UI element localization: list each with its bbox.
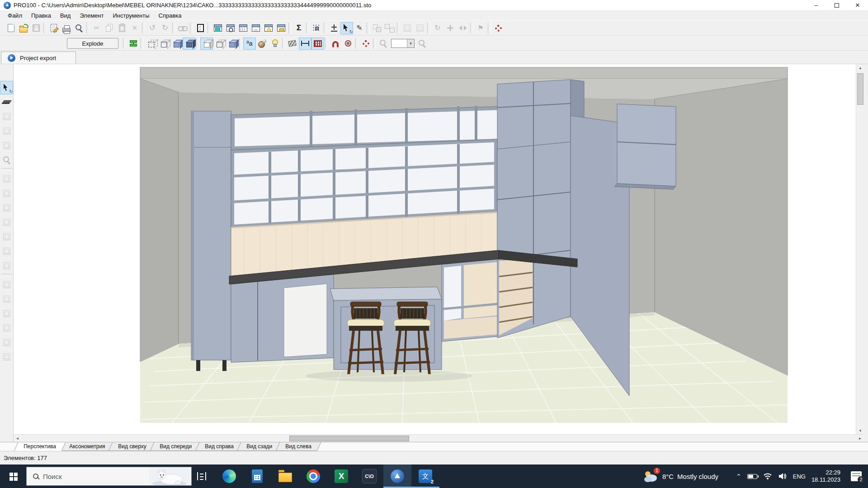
menu-help[interactable]: Справка <box>155 12 186 19</box>
clo-app-taskbar-button[interactable] <box>355 465 383 488</box>
excel-taskbar-button[interactable] <box>327 465 355 488</box>
bulb-icon <box>270 38 280 48</box>
align-up-button <box>401 22 414 34</box>
dimensions-window-button[interactable] <box>250 22 262 34</box>
menu-file[interactable]: Файл <box>4 12 26 19</box>
close-button[interactable]: ✕ <box>847 0 868 10</box>
copy-button <box>103 22 116 34</box>
project-export-button[interactable]: Project export <box>1 52 76 64</box>
pen-icon <box>354 23 364 33</box>
new-board-tool-button[interactable] <box>0 95 13 109</box>
precision-button[interactable] <box>342 38 354 50</box>
snap-grid-button[interactable] <box>310 22 323 34</box>
menu-edit[interactable]: Правка <box>27 12 55 19</box>
view-outline-button[interactable] <box>157 38 170 50</box>
scroll-down-icon[interactable]: ▼ <box>856 427 864 434</box>
view-tab-view-right[interactable]: Вид справа <box>195 442 243 451</box>
view-tab-view-back[interactable]: Вид сзади <box>237 442 282 451</box>
select-tool-button[interactable] <box>0 81 13 94</box>
center-element-button[interactable] <box>328 22 340 34</box>
language-indicator[interactable]: ENG <box>793 473 806 480</box>
view-edges-button[interactable] <box>213 38 226 50</box>
weather-widget[interactable]: 1 8°C Mostly cloudy <box>643 469 718 483</box>
3d-viewport[interactable] <box>14 64 856 434</box>
search-input[interactable]: Поиск <box>26 467 192 486</box>
view-tab-view-top[interactable]: Вид сверху <box>108 442 156 451</box>
3d-scene[interactable] <box>14 64 856 434</box>
select-rotate-button[interactable] <box>340 22 353 34</box>
price-list-button[interactable] <box>194 22 207 34</box>
horizontal-scrollbar[interactable]: ◄ ► <box>14 434 864 442</box>
show-grid-button[interactable] <box>311 38 324 50</box>
view-tab-axonometry[interactable]: Аксонометрия <box>59 442 114 451</box>
scroll-left-icon[interactable]: ◄ <box>14 435 21 442</box>
zoom-level-combobox[interactable]: ▾ <box>391 39 415 48</box>
dimline-icon <box>300 38 310 48</box>
translator-taskbar-button[interactable] <box>411 465 439 488</box>
scroll-right-icon[interactable]: ► <box>856 435 864 442</box>
lock-window-button[interactable] <box>275 22 288 34</box>
combo-dropdown-icon[interactable]: ▾ <box>407 39 414 47</box>
edge-taskbar-button[interactable] <box>215 465 243 488</box>
winprops-icon <box>214 24 222 32</box>
shading-button[interactable] <box>286 38 299 50</box>
weather-condition: Mostly cloudy <box>677 473 718 480</box>
task-view-button[interactable] <box>192 465 212 488</box>
new-project-button[interactable] <box>5 22 17 34</box>
show-dimensions-button[interactable] <box>299 38 311 50</box>
settings-button[interactable] <box>492 22 505 34</box>
antialias-button[interactable] <box>243 38 256 50</box>
toolbar-separator <box>288 23 292 33</box>
pro100-taskbar-button[interactable] <box>383 465 411 488</box>
view-white-button[interactable] <box>200 38 213 50</box>
texture-tool-button <box>0 259 13 272</box>
structure-window-button[interactable] <box>237 22 250 34</box>
view-solid-button[interactable] <box>226 38 238 50</box>
zoom-window-button[interactable] <box>224 22 237 34</box>
materials-button[interactable] <box>256 38 269 50</box>
fit-view-button[interactable] <box>127 38 140 50</box>
view-color-button[interactable] <box>170 38 183 50</box>
view-tab-perspective[interactable]: Перспектива <box>14 442 66 451</box>
snap-button[interactable] <box>329 38 342 50</box>
view-wireframe-button[interactable] <box>145 38 157 50</box>
vertical-scrollbar[interactable]: ▲ ▼ <box>856 64 864 434</box>
minimize-button[interactable]: – <box>806 0 826 10</box>
battery-icon[interactable] <box>747 474 757 479</box>
tray-expand-icon[interactable]: ⌃ <box>736 473 741 480</box>
maximize-button[interactable] <box>826 0 847 10</box>
magnifier-icon <box>2 155 12 165</box>
chrome-taskbar-button[interactable] <box>299 465 327 488</box>
menu-bar: Файл Правка Вид Элемент Инструменты Спра… <box>0 11 868 20</box>
start-button[interactable] <box>0 465 26 488</box>
draw-path-button[interactable] <box>353 22 366 34</box>
scroll-up-icon[interactable]: ▲ <box>856 64 864 71</box>
print-preview-button[interactable] <box>73 22 85 34</box>
wifi-icon[interactable] <box>763 473 772 480</box>
view-tab-view-front[interactable]: Вид спереди <box>150 442 201 451</box>
properties-window-button[interactable] <box>212 22 224 34</box>
view-tab-view-left[interactable]: Вид слева <box>276 442 321 451</box>
view-preferences-button[interactable] <box>359 38 372 50</box>
file-explorer-taskbar-button[interactable] <box>271 465 299 488</box>
task-view-icon <box>197 472 206 480</box>
menu-view[interactable]: Вид <box>56 12 75 19</box>
notification-center-button[interactable]: 2 <box>851 471 862 481</box>
clock[interactable]: 22:29 18.11.2023 <box>811 469 840 483</box>
element-count: Элементов: 177 <box>4 455 47 461</box>
calculator-taskbar-button[interactable] <box>243 465 271 488</box>
lighting-button[interactable] <box>269 38 281 50</box>
menu-element[interactable]: Элемент <box>75 12 108 19</box>
horizontal-scroll-thumb[interactable] <box>289 436 409 441</box>
report-button[interactable] <box>47 22 60 34</box>
vertical-scroll-thumb[interactable] <box>857 73 863 105</box>
pro100-application-window: PRO100 - C:\Users\Admin\Desktop\Mebel\ME… <box>0 0 868 488</box>
summary-button[interactable] <box>292 22 305 34</box>
open-project-button[interactable] <box>17 22 30 34</box>
print-button[interactable] <box>60 22 73 34</box>
menu-tools[interactable]: Инструменты <box>108 12 153 19</box>
volume-icon[interactable] <box>778 473 787 480</box>
explode-button[interactable]: Explode <box>67 38 118 49</box>
light-window-button[interactable] <box>262 22 275 34</box>
view-textured-button[interactable] <box>183 38 195 50</box>
